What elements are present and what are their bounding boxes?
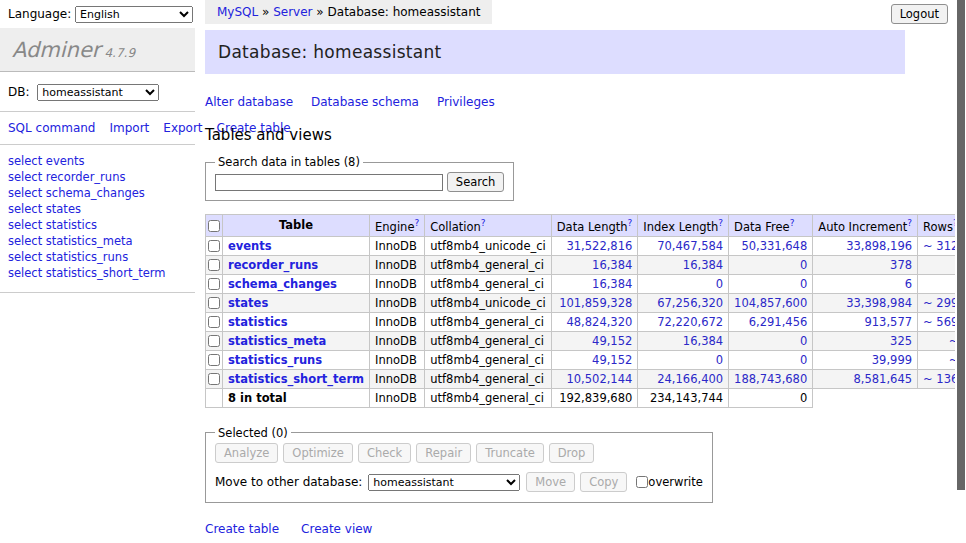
row-checkbox-cell (206, 331, 223, 350)
collation-cell: utf8mb4_general_ci (425, 274, 552, 293)
sidebar-table-link[interactable]: select statistics (8, 218, 187, 232)
data-free-cell: 6,291,456 (729, 312, 813, 331)
sidebar-table-link[interactable]: select states (8, 202, 187, 216)
engine-cell: InnoDB (370, 236, 425, 255)
auto-increment-cell: 6 (813, 274, 918, 293)
table-name-cell: statistics_runs (223, 350, 370, 369)
sidebar-table-link[interactable]: select statistics_short_term (8, 266, 187, 280)
check-button[interactable]: Check (358, 443, 411, 463)
column-header-collation: Collation? (425, 215, 552, 237)
table-link-statistics_short_term[interactable]: statistics_short_term (228, 372, 364, 386)
analyze-button[interactable]: Analyze (215, 443, 278, 463)
breadcrumb-link[interactable]: MySQL (217, 5, 258, 19)
column-help-link[interactable]: ? (481, 218, 486, 228)
total-collation-cell: utf8mb4_general_ci (425, 388, 552, 407)
column-header-table: Table (223, 215, 370, 237)
column-help-link[interactable]: ? (718, 218, 723, 228)
database-link[interactable]: Alter database (205, 95, 293, 109)
table-link-states[interactable]: states (228, 296, 268, 310)
data-length-cell: 10,502,144 (551, 369, 638, 388)
row-checkbox[interactable] (208, 335, 220, 347)
column-help-link[interactable]: ? (790, 218, 795, 228)
table-link-statistics[interactable]: statistics (228, 315, 288, 329)
table-name-cell: states (223, 293, 370, 312)
breadcrumb-link[interactable]: Server (273, 5, 312, 19)
column-help-link[interactable]: ? (414, 218, 419, 228)
language-select[interactable]: English (75, 6, 193, 23)
data-length-cell: 49,152 (551, 350, 638, 369)
table-name-cell: recorder_runs (223, 255, 370, 274)
table-row-statistics: statisticsInnoDButf8mb4_general_ci48,824… (206, 312, 966, 331)
data-free-cell: 0 (729, 255, 813, 274)
page-title: Database: homeassistant (205, 30, 905, 74)
overwrite-checkbox[interactable] (636, 476, 648, 488)
table-name-cell: schema_changes (223, 274, 370, 293)
row-checkbox[interactable] (208, 297, 220, 309)
drop-button[interactable]: Drop (549, 443, 595, 463)
create-link[interactable]: Create view (301, 522, 372, 536)
sidebar-table-link[interactable]: select statistics_runs (8, 250, 187, 264)
data-length-cell: 16,384 (551, 274, 638, 293)
search-input[interactable] (215, 174, 443, 191)
sidebar-action-link[interactable]: SQL command (8, 121, 95, 135)
table-name-cell: events (223, 236, 370, 255)
database-links: Alter databaseDatabase schemaPrivileges (205, 95, 905, 109)
database-link[interactable]: Database schema (311, 95, 419, 109)
table-link-statistics_runs[interactable]: statistics_runs (228, 353, 322, 367)
row-checkbox-cell (206, 369, 223, 388)
data-free-cell: 188,743,680 (729, 369, 813, 388)
db-select[interactable]: homeassistant (37, 84, 159, 101)
table-total-row: 8 in totalInnoDButf8mb4_general_ci192,83… (206, 388, 966, 407)
row-checkbox[interactable] (208, 240, 220, 252)
database-link[interactable]: Privileges (437, 95, 495, 109)
sidebar-divider (0, 144, 195, 145)
row-checkbox[interactable] (208, 316, 220, 328)
column-help-link[interactable]: ? (907, 218, 912, 228)
data-length-cell: 31,522,816 (551, 236, 638, 255)
scrollbar-thumb[interactable] (957, 0, 965, 490)
column-header-label: Auto Increment (818, 220, 907, 234)
collation-cell: utf8mb4_unicode_ci (425, 293, 552, 312)
table-link-schema_changes[interactable]: schema_changes (228, 277, 337, 291)
sidebar-action-link[interactable]: Import (109, 121, 149, 135)
sidebar-action-link[interactable]: Export (163, 121, 202, 135)
truncate-button[interactable]: Truncate (476, 443, 544, 463)
row-checkbox[interactable] (208, 354, 220, 366)
selected-legend: Selected (0) (215, 426, 291, 440)
move-db-select[interactable]: homeassistant (368, 474, 520, 491)
db-label: DB: (8, 85, 30, 99)
data-length-cell: 49,152 (551, 331, 638, 350)
search-button[interactable]: Search (447, 172, 505, 192)
table-link-events[interactable]: events (228, 239, 272, 253)
column-help-link[interactable]: ? (628, 218, 633, 228)
copy-button[interactable]: Copy (580, 472, 627, 492)
sidebar: Adminer4.7.9 DB: homeassistant SQL comma… (0, 28, 195, 293)
row-checkbox[interactable] (208, 373, 220, 385)
move-button[interactable]: Move (526, 472, 575, 492)
scrollbar-track[interactable] (955, 0, 966, 543)
row-checkbox[interactable] (208, 259, 220, 271)
sidebar-table-link[interactable]: select recorder_runs (8, 170, 187, 184)
breadcrumb-current: Database: homeassistant (328, 5, 481, 19)
repair-button[interactable]: Repair (416, 443, 471, 463)
total-engine-cell: InnoDB (370, 388, 425, 407)
sidebar-table-link[interactable]: select events (8, 154, 187, 168)
table-link-recorder_runs[interactable]: recorder_runs (228, 258, 318, 272)
data-free-cell: 0 (729, 274, 813, 293)
row-checkbox[interactable] (208, 278, 220, 290)
column-header-label: Collation (430, 220, 481, 234)
optimize-button[interactable]: Optimize (283, 443, 353, 463)
table-link-statistics_meta[interactable]: statistics_meta (228, 334, 326, 348)
sidebar-divider (0, 292, 195, 293)
total-label-cell: 8 in total (223, 388, 370, 407)
create-link[interactable]: Create table (205, 522, 279, 536)
select-all-checkbox[interactable] (208, 220, 220, 232)
sidebar-table-link[interactable]: select schema_changes (8, 186, 187, 200)
move-label: Move to other database: (215, 475, 362, 489)
sidebar-table-link[interactable]: select statistics_meta (8, 234, 187, 248)
row-checkbox-cell (206, 255, 223, 274)
index-length-cell: 24,166,400 (638, 369, 729, 388)
index-length-cell: 72,220,672 (638, 312, 729, 331)
logout-button[interactable]: Logout (891, 4, 948, 24)
data-length-cell: 16,384 (551, 255, 638, 274)
